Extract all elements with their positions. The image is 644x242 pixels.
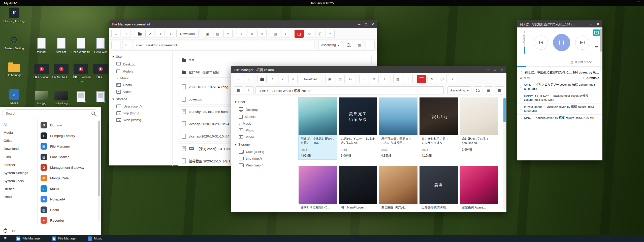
playlist-item[interactable]: ♪In Your Hands ＿ yusukeP cover. by 柘榴-za… [517, 103, 602, 115]
category-all[interactable]: All [0, 120, 37, 128]
grid-view-button[interactable]: ▦ [484, 86, 493, 94]
brand-label[interactable]: My ArOZ [4, 1, 17, 5]
list-view-button[interactable]: ☰ [495, 86, 504, 94]
download-icon-button[interactable]: ⇓ [288, 75, 298, 83]
taskbar-item-file-manager[interactable]: File Manager [46, 235, 82, 242]
launcher-app-label-maker[interactable]: ▥Label Maker [38, 152, 101, 162]
sidebar-storage-item[interactable]: User (user:/) [231, 148, 295, 155]
rename-button[interactable]: I [404, 75, 413, 83]
media-tile[interactable]: 密室東寅 Avase... [460, 166, 498, 212]
media-tile[interactable]: 四季折々に揺蕩いて... [299, 166, 337, 212]
new-file-button[interactable]: + [237, 30, 246, 38]
media-tile[interactable]: 例えば、今此処に置かれた花に＿ 164....mp34.99MB [299, 97, 337, 159]
help-button[interactable]: ? [448, 75, 457, 83]
launcher-app-manga-cafe[interactable]: MManga Cafe [38, 173, 101, 183]
scrollbar-thumb[interactable] [503, 98, 506, 122]
taskbar-item-file-manager[interactable]: File Manager [11, 235, 46, 242]
address-input[interactable]: user: / Desktop / screenshot [133, 41, 314, 49]
search-button[interactable] [473, 86, 482, 94]
category-utilities[interactable]: Utilities [0, 185, 37, 193]
cut-button[interactable]: ✂ [223, 30, 233, 38]
sidebar-storage-item[interactable]: User (user:/) [109, 103, 172, 110]
playlist-item[interactable]: ♪KING ＿ Kanaria cover. by 柘榴-zakuro-.mp3… [517, 115, 602, 122]
back-button[interactable]: ← [111, 30, 120, 38]
close-icon[interactable]: ✕ [597, 22, 599, 26]
desktop-icon-file-manager[interactable]: File Manager [3, 62, 26, 89]
up-button[interactable]: ↑ [244, 75, 253, 83]
list-view-button[interactable]: ☰ [366, 41, 375, 49]
sidebar-item-models[interactable]: Models [109, 68, 172, 75]
share-button[interactable]: < [278, 75, 287, 83]
close-icon[interactable]: ✕ [501, 68, 503, 72]
titlebar[interactable]: File Manager - 柘榴-zakuro- ─ □ ✕ [231, 66, 506, 73]
help-button[interactable]: ? [326, 30, 335, 38]
desktop-file-icon[interactable]: Fly Me To T… [51, 64, 71, 91]
theme-toggle-button[interactable]: ☾ [122, 41, 131, 49]
sidebar-item-desktop[interactable]: Desktop [231, 106, 295, 113]
sidebar-item-desktop[interactable]: Desktop [109, 60, 172, 68]
next-button[interactable] [575, 36, 589, 50]
open-external-button[interactable]: ↗ [268, 75, 277, 83]
sidebar-storage-item[interactable]: Web (web:/) [109, 117, 172, 123]
address-input[interactable]: user: / ... / Hello World / 柘榴-zakuro- [255, 86, 444, 94]
new-file-button[interactable]: + [359, 75, 368, 83]
scrollbar-thumb[interactable] [600, 28, 602, 52]
category-system-settings[interactable]: System Settings [0, 169, 37, 177]
sidebar-storage-item[interactable]: Web (web:/) [231, 162, 295, 169]
info-button[interactable]: ⓘ [315, 30, 324, 38]
category-media[interactable]: Media [0, 128, 37, 136]
rename-button[interactable]: I [281, 30, 290, 38]
copy-button[interactable]: ▣ [325, 75, 334, 83]
sidebar-item-music[interactable]: ♪Music [109, 75, 172, 82]
pause-button[interactable] [553, 34, 570, 51]
download-icon-button[interactable]: ⇓ [166, 30, 175, 38]
new-folder-button[interactable]: ⊕ [370, 75, 379, 83]
minimize-icon[interactable]: ─ [487, 68, 490, 72]
launcher-app-ffmpeg-factory[interactable]: FFFmpeg Factory [38, 130, 101, 141]
sidebar-item-music[interactable]: ♪Music [231, 120, 295, 127]
sidebar-storage-item[interactable]: tmp (tmp:/) [109, 110, 172, 117]
launcher-app-music[interactable]: ♪Music [38, 183, 101, 194]
airmusic-badge[interactable]: ✈ AirMusic [583, 76, 599, 80]
playlist-scrollbar[interactable] [600, 28, 602, 71]
delete-button[interactable] [417, 75, 426, 83]
category-download[interactable]: Download [0, 145, 37, 153]
search-input[interactable] [5, 111, 89, 116]
scrollbar[interactable] [503, 97, 506, 211]
media-tile[interactable]: 「寂しい」命に嫌われている + ＿ カンザキイオリ....mp34.19MB [420, 97, 458, 159]
launcher-app-notepada[interactable]: ANotepadA [38, 194, 101, 204]
launcher-scrollbar[interactable] [98, 120, 100, 221]
topbar-menu-icon[interactable]: ☰ [637, 1, 640, 5]
grid-view-button[interactable]: ▦ [355, 41, 364, 49]
open-external-button[interactable]: ↗ [145, 30, 154, 38]
category-system-tools[interactable]: System Tools [0, 177, 37, 185]
media-tile[interactable]: 唄 _ HamP cover... [339, 166, 377, 212]
sidebar-item-photo[interactable]: Photo [109, 82, 172, 88]
launcher-app-recorder[interactable]: ●Recorder [38, 215, 101, 225]
titlebar[interactable]: File Manager - screenshot ─ □ ✕ [109, 20, 377, 28]
close-icon[interactable]: ✕ [371, 22, 374, 26]
up-button[interactable]: ↑ [122, 30, 131, 38]
sidebar-item-video[interactable]: Video [231, 134, 295, 141]
paste-button[interactable]: ▤ [336, 75, 345, 83]
titlebar[interactable]: 例えば、今此処に置かれた花に＿164 c... ─ ✕ [517, 20, 602, 27]
back-button[interactable]: ← [234, 75, 243, 83]
playlist-toggle-button[interactable]: ☰ [595, 44, 598, 49]
desktop-icon-system-setting[interactable]: ⚙System Setting [3, 35, 26, 62]
minimize-icon[interactable]: ─ [358, 22, 360, 26]
download-button[interactable]: Download [299, 75, 321, 83]
open-button[interactable] [257, 75, 267, 83]
search-button[interactable] [344, 41, 353, 49]
sidebar-toggle-button[interactable]: ☰ [111, 41, 120, 49]
minimize-icon[interactable]: ─ [590, 22, 592, 26]
desktop-file-icon[interactable]: 【東方… [91, 64, 110, 91]
desktop-file-icon[interactable]: 【東方V ocal… [32, 64, 51, 91]
media-tile[interactable]: 君が夜の海に還るまで＿ こんにちは谷田....mp34.35MB [379, 97, 417, 159]
launcher-app-dummy[interactable]: DDummy [38, 120, 101, 130]
desktop-file-icon[interactable]: test.agi [32, 37, 51, 64]
upload-button[interactable]: ⇑ [257, 30, 267, 38]
delete-button[interactable] [295, 30, 304, 38]
copy-button[interactable]: ▣ [203, 30, 212, 38]
playlist-item[interactable]: ♪Cynic ＿ ポリスピカデリー cover. by 柘榴-zakuro-.m… [517, 81, 602, 92]
cut-button[interactable]: ✂ [346, 75, 355, 83]
